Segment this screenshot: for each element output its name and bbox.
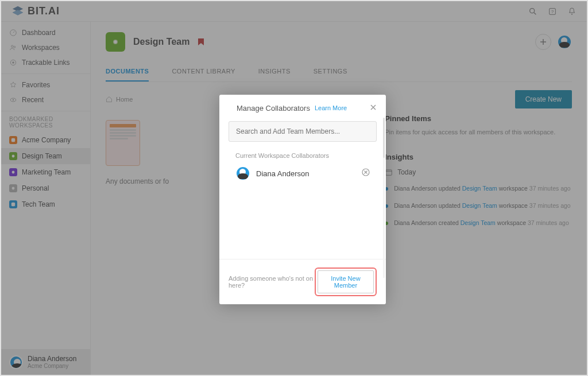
collaborator-avatar — [235, 166, 250, 181]
modal-title: Manage Collaborators — [237, 104, 310, 113]
collaborator-name: Diana Anderson — [256, 169, 310, 178]
modal-footer-text: Adding someone who's not on here? — [229, 275, 315, 289]
collaborator-row: Diana Anderson — [219, 164, 386, 184]
remove-icon — [362, 168, 370, 176]
search-members-input[interactable] — [229, 121, 377, 142]
invite-new-member-button[interactable]: Invite New Member — [318, 270, 374, 293]
close-button[interactable] — [370, 103, 377, 113]
manage-collaborators-modal: Manage Collaborators Learn More Current … — [219, 95, 386, 304]
close-icon — [370, 104, 377, 111]
collaborators-label: Current Workspace Collaborators — [219, 144, 386, 164]
remove-collaborator-button[interactable] — [362, 168, 370, 179]
modal-scrollbar[interactable] — [383, 118, 385, 278]
learn-more-link[interactable]: Learn More — [315, 104, 347, 111]
invite-highlight: Invite New Member — [315, 268, 377, 296]
